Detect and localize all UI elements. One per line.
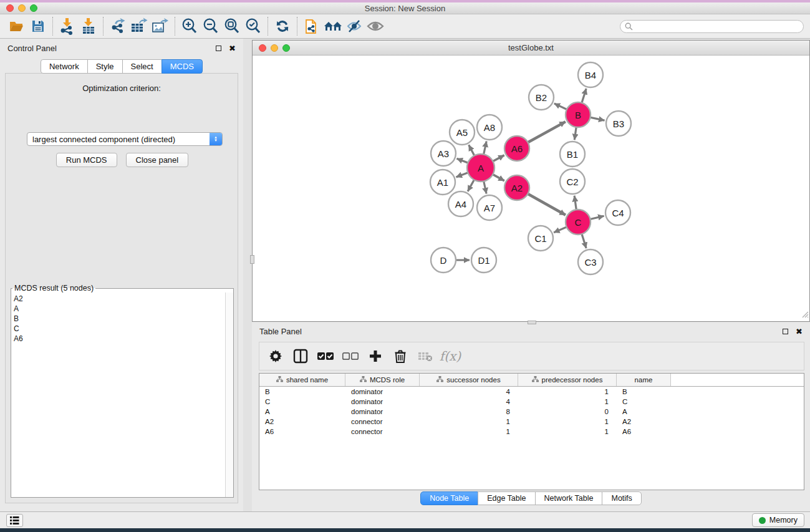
delete-column-icon[interactable]: [389, 345, 412, 367]
deselect-all-rows-icon[interactable]: [339, 345, 362, 367]
table-tab-node-table[interactable]: Node Table: [420, 491, 478, 505]
search-field[interactable]: [620, 20, 804, 33]
table-float-panel-icon[interactable]: [783, 329, 788, 334]
table-row[interactable]: Cdominator41C: [259, 397, 804, 407]
close-panel-icon[interactable]: ✖: [229, 44, 236, 52]
result-item[interactable]: C: [14, 324, 225, 334]
table-cell[interactable]: A6: [259, 428, 345, 435]
table-cell[interactable]: A2: [259, 418, 345, 425]
graph-node-label: A1: [437, 177, 448, 188]
table-cell[interactable]: 1: [518, 398, 617, 405]
table-cell[interactable]: 1: [518, 418, 617, 425]
hide-graphics-details-icon[interactable]: [344, 16, 365, 36]
show-eye-icon[interactable]: [365, 16, 386, 36]
zoom-fit-icon[interactable]: [221, 16, 243, 36]
function-builder-icon[interactable]: f(x): [439, 345, 461, 367]
add-column-icon[interactable]: [364, 345, 387, 367]
home-first-neighbors-icon[interactable]: [322, 16, 344, 36]
import-table-icon[interactable]: [78, 16, 99, 36]
window-resize-grip[interactable]: [800, 309, 809, 321]
column-header-predecessor-nodes[interactable]: predecessor nodes: [518, 374, 617, 386]
graph-node-label: B4: [585, 70, 596, 80]
float-panel-icon[interactable]: [216, 46, 221, 51]
main-toolbar: [0, 14, 810, 39]
select-all-rows-icon[interactable]: [314, 345, 337, 367]
column-header-successor-nodes[interactable]: successor nodes: [420, 374, 518, 386]
divider-grip-left[interactable]: [250, 255, 254, 264]
tab-style[interactable]: Style: [87, 59, 123, 74]
mcds-result-list: A2ABCA6: [11, 293, 225, 497]
tab-select[interactable]: Select: [122, 59, 162, 74]
task-history-button[interactable]: [6, 514, 23, 527]
table-cell[interactable]: 8: [420, 408, 518, 415]
table-cell[interactable]: 1: [518, 388, 617, 395]
table-row[interactable]: A2connector11A2: [259, 417, 804, 427]
close-panel-button[interactable]: Close panel: [126, 153, 189, 167]
table-row[interactable]: Adominator80A: [259, 407, 804, 417]
tab-mcds[interactable]: MCDS: [162, 59, 203, 74]
network-canvas[interactable]: B4B2BB3A5A8A6A3B1AC2A1A2A4A7C4CC1DD1C3: [253, 56, 809, 321]
table-cell[interactable]: A: [259, 408, 345, 415]
column-header-label: MCDS role: [370, 376, 405, 384]
table-cell[interactable]: B: [617, 388, 671, 395]
column-header-name[interactable]: name: [617, 374, 671, 386]
attribute-type-icon: [532, 376, 539, 384]
divider-grip-horizontal[interactable]: [528, 321, 536, 324]
zoom-out-icon[interactable]: [200, 16, 221, 36]
table-cell[interactable]: connector: [345, 428, 420, 435]
table-cell[interactable]: 1: [420, 418, 518, 425]
table-cell[interactable]: A2: [617, 418, 671, 425]
column-header-shared-name[interactable]: shared name: [259, 374, 345, 386]
import-network-icon[interactable]: [57, 16, 78, 36]
run-mcds-button[interactable]: Run MCDS: [56, 153, 117, 167]
table-row[interactable]: A6connector11A6: [259, 427, 804, 437]
export-network-icon[interactable]: [107, 16, 128, 36]
new-network-from-selection-icon[interactable]: [301, 16, 322, 36]
table-cell[interactable]: 1: [518, 428, 617, 435]
table-tab-edge-table[interactable]: Edge Table: [478, 491, 535, 505]
zoom-in-icon[interactable]: [179, 16, 200, 36]
table-row[interactable]: Bdominator41B: [259, 387, 804, 397]
graph-node-label: C4: [612, 208, 624, 218]
table-cell[interactable]: C: [259, 398, 345, 405]
export-table-icon[interactable]: [128, 16, 150, 36]
table-cell[interactable]: 4: [420, 398, 518, 405]
table-cell[interactable]: B: [259, 388, 345, 395]
result-item[interactable]: A: [14, 304, 225, 314]
table-cell[interactable]: A: [617, 408, 671, 415]
result-item[interactable]: A6: [14, 334, 225, 344]
table-cell[interactable]: 0: [518, 408, 617, 415]
memory-button[interactable]: Memory: [752, 513, 804, 527]
zoom-selected-icon[interactable]: [243, 16, 264, 36]
memory-status-icon: [759, 517, 766, 524]
open-session-icon[interactable]: [6, 16, 27, 36]
node-table[interactable]: shared nameMCDS rolesuccessor nodesprede…: [259, 373, 804, 490]
settings-gear-icon[interactable]: [264, 345, 287, 367]
toolbar-separator: [175, 17, 175, 36]
delete-table-icon[interactable]: [414, 345, 436, 367]
table-cell[interactable]: connector: [345, 418, 420, 425]
result-item[interactable]: A2: [14, 294, 225, 304]
save-session-icon[interactable]: [27, 16, 49, 36]
select-stepper-icon: ▲▼: [210, 133, 222, 145]
table-cell[interactable]: 4: [420, 388, 518, 395]
result-item[interactable]: B: [14, 314, 225, 324]
toggle-column-view-icon[interactable]: [289, 345, 312, 367]
criterion-select[interactable]: largest connected component (directed) ▲…: [27, 132, 223, 146]
table-tab-network-table[interactable]: Network Table: [535, 491, 603, 505]
graph-node-label: A5: [456, 127, 468, 138]
result-list-scrollbar[interactable]: [225, 293, 233, 497]
export-image-icon[interactable]: [150, 16, 171, 36]
column-header-mcds-role[interactable]: MCDS role: [345, 374, 420, 386]
tab-network[interactable]: Network: [41, 59, 88, 74]
table-close-panel-icon[interactable]: ✖: [796, 327, 803, 336]
table-cell[interactable]: C: [617, 398, 671, 405]
refresh-icon[interactable]: [272, 16, 293, 36]
table-tab-motifs[interactable]: Motifs: [602, 491, 641, 505]
search-input[interactable]: [633, 21, 803, 32]
table-cell[interactable]: dominator: [345, 388, 420, 395]
table-cell[interactable]: A6: [617, 428, 671, 435]
table-cell[interactable]: dominator: [345, 398, 420, 405]
table-cell[interactable]: 1: [420, 428, 518, 435]
table-cell[interactable]: dominator: [345, 408, 420, 415]
